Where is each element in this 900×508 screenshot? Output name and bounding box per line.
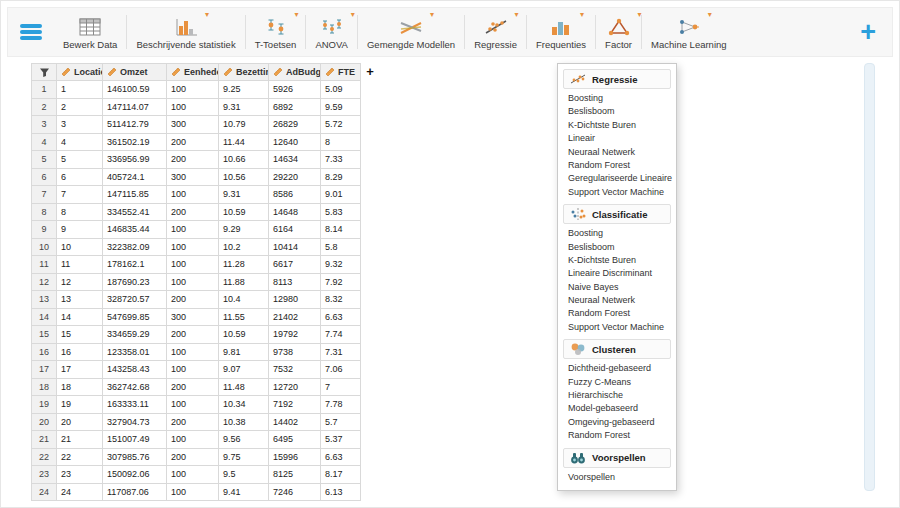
table-cell[interactable]: 9.81: [219, 344, 269, 362]
table-cell[interactable]: 29220: [269, 169, 321, 187]
table-cell[interactable]: 307985.76: [103, 449, 167, 467]
menu-item-lineair[interactable]: Lineair: [558, 132, 676, 145]
table-cell[interactable]: 9: [57, 221, 103, 239]
table-cell[interactable]: 100: [167, 256, 219, 274]
table-cell[interactable]: 19792: [269, 326, 321, 344]
table-cell[interactable]: 11.88: [219, 274, 269, 292]
table-cell[interactable]: 300: [167, 169, 219, 187]
table-cell[interactable]: 9.75: [219, 449, 269, 467]
table-cell[interactable]: 26829: [269, 116, 321, 134]
table-cell[interactable]: 10: [57, 239, 103, 257]
column-header-bezetting[interactable]: Bezetting: [219, 63, 269, 81]
toolbar-button-bewerk-data[interactable]: Bewerk Data: [54, 8, 126, 56]
table-cell[interactable]: 14402: [269, 414, 321, 432]
table-cell[interactable]: 7.33: [321, 151, 361, 169]
table-cell[interactable]: 5.37: [321, 431, 361, 449]
table-cell[interactable]: 100: [167, 484, 219, 502]
table-cell[interactable]: 6617: [269, 256, 321, 274]
menu-item-beslisboom[interactable]: Beslisboom: [558, 105, 676, 118]
table-cell[interactable]: 146100.59: [103, 81, 167, 99]
table-cell[interactable]: 5: [57, 151, 103, 169]
table-cell[interactable]: 200: [167, 134, 219, 152]
menu-item-dichtheid-gebaseerd[interactable]: Dichtheid-gebaseerd: [558, 362, 676, 375]
table-cell[interactable]: 11.48: [219, 379, 269, 397]
table-cell[interactable]: 10.59: [219, 204, 269, 222]
add-analysis-button[interactable]: +: [860, 19, 876, 46]
menu-item-random-forest[interactable]: Random Forest: [558, 429, 676, 442]
table-cell[interactable]: 8125: [269, 466, 321, 484]
table-cell[interactable]: 100: [167, 396, 219, 414]
menu-item-model-gebaseerd[interactable]: Model-gebaseerd: [558, 402, 676, 415]
table-cell[interactable]: 1: [57, 81, 103, 99]
table-cell[interactable]: 100: [167, 361, 219, 379]
table-cell[interactable]: 147115.85: [103, 186, 167, 204]
table-cell[interactable]: 200: [167, 379, 219, 397]
menu-item-support-vector-machine[interactable]: Support Vector Machine: [558, 321, 676, 334]
table-cell[interactable]: 200: [167, 151, 219, 169]
table-cell[interactable]: 15: [57, 326, 103, 344]
toolbar-button-beschrijvende-statistiek[interactable]: ▾Beschrijvende statistiek: [127, 8, 244, 56]
table-cell[interactable]: 100: [167, 274, 219, 292]
table-cell[interactable]: 200: [167, 449, 219, 467]
table-cell[interactable]: 117087.06: [103, 484, 167, 502]
table-cell[interactable]: 150092.06: [103, 466, 167, 484]
add-column-button[interactable]: +: [361, 63, 379, 81]
table-cell[interactable]: 200: [167, 291, 219, 309]
table-cell[interactable]: 327904.73: [103, 414, 167, 432]
table-cell[interactable]: 10.79: [219, 116, 269, 134]
table-cell[interactable]: 10.4: [219, 291, 269, 309]
menu-item-random-forest[interactable]: Random Forest: [558, 159, 676, 172]
table-cell[interactable]: 334552.41: [103, 204, 167, 222]
table-cell[interactable]: 6.63: [321, 309, 361, 327]
table-cell[interactable]: 6: [57, 169, 103, 187]
table-cell[interactable]: 21: [57, 431, 103, 449]
menu-item-beslisboom[interactable]: Beslisboom: [558, 241, 676, 254]
table-cell[interactable]: 8.29: [321, 169, 361, 187]
menu-item-k-dichtste-buren[interactable]: K-Dichtste Buren: [558, 119, 676, 132]
table-cell[interactable]: 100: [167, 431, 219, 449]
table-cell[interactable]: 200: [167, 204, 219, 222]
table-cell[interactable]: 14: [57, 309, 103, 327]
table-cell[interactable]: 405724.1: [103, 169, 167, 187]
table-cell[interactable]: 9.32: [321, 256, 361, 274]
table-cell[interactable]: 9738: [269, 344, 321, 362]
table-cell[interactable]: 22: [57, 449, 103, 467]
table-cell[interactable]: 362742.68: [103, 379, 167, 397]
table-cell[interactable]: 12980: [269, 291, 321, 309]
table-cell[interactable]: 8: [57, 204, 103, 222]
table-cell[interactable]: 5.83: [321, 204, 361, 222]
table-cell[interactable]: 12640: [269, 134, 321, 152]
menu-item-geregulariseerde-lineaire[interactable]: Geregulariseerde Lineaire: [558, 172, 676, 185]
table-cell[interactable]: 3: [57, 116, 103, 134]
table-cell[interactable]: 12720: [269, 379, 321, 397]
table-cell[interactable]: 146835.44: [103, 221, 167, 239]
filter-button[interactable]: [31, 63, 57, 81]
column-header-locatie[interactable]: Locatie: [57, 63, 103, 81]
menu-item-hi-rarchische[interactable]: Hiërarchische: [558, 389, 676, 402]
table-cell[interactable]: 100: [167, 466, 219, 484]
table-cell[interactable]: 7.92: [321, 274, 361, 292]
toolbar-button-anova[interactable]: ▾ANOVA: [306, 8, 357, 56]
table-cell[interactable]: 10.2: [219, 239, 269, 257]
table-cell[interactable]: 18: [57, 379, 103, 397]
table-cell[interactable]: 7532: [269, 361, 321, 379]
table-cell[interactable]: 6164: [269, 221, 321, 239]
table-cell[interactable]: 511412.79: [103, 116, 167, 134]
menu-item-neuraal-netwerk[interactable]: Neuraal Netwerk: [558, 294, 676, 307]
table-cell[interactable]: 5926: [269, 81, 321, 99]
menu-item-boosting[interactable]: Boosting: [558, 227, 676, 240]
table-cell[interactable]: 2: [57, 99, 103, 117]
column-header-eenheden[interactable]: Eenheden: [167, 63, 219, 81]
menu-item-naive-bayes[interactable]: Naive Bayes: [558, 281, 676, 294]
menu-item-lineaire-discriminant[interactable]: Lineaire Discriminant: [558, 267, 676, 280]
table-cell[interactable]: 24: [57, 484, 103, 502]
table-cell[interactable]: 8113: [269, 274, 321, 292]
menu-item-support-vector-machine[interactable]: Support Vector Machine: [558, 186, 676, 199]
table-cell[interactable]: 7192: [269, 396, 321, 414]
toolbar-button-regressie[interactable]: ▾Regressie: [465, 8, 526, 56]
table-cell[interactable]: 9.07: [219, 361, 269, 379]
table-cell[interactable]: 8.14: [321, 221, 361, 239]
table-cell[interactable]: 11.44: [219, 134, 269, 152]
table-cell[interactable]: 20: [57, 414, 103, 432]
table-cell[interactable]: 11: [57, 256, 103, 274]
